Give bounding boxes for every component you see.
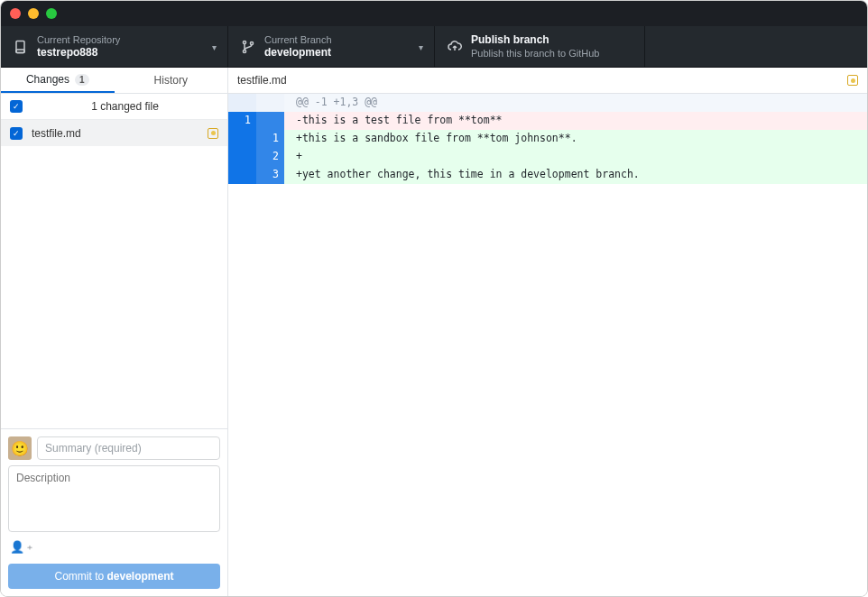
line-text: +this is a sandbox file from **tom johns… [291, 130, 867, 148]
line-text: +yet another change, this time in a deve… [291, 166, 867, 184]
select-all-checkbox[interactable]: ✓ [10, 100, 23, 113]
old-line-number: 1 [228, 112, 256, 130]
file-name: testfile.md [32, 127, 199, 140]
new-line-number: 1 [256, 130, 284, 148]
diff-hunk-row: @@ -1 +1,3 @@ [228, 94, 867, 112]
add-coauthor-button[interactable]: 👤﹢ [8, 537, 220, 558]
description-input[interactable] [8, 465, 220, 532]
diff-view[interactable]: @@ -1 +1,3 @@ 1 -this is a test file fro… [228, 94, 867, 596]
commit-button-prefix: Commit to [54, 570, 106, 583]
commit-form: 🙂 👤﹢ Commit to development [1, 428, 227, 596]
line-text: -this is a test file from **tom** [291, 112, 867, 130]
diff-panel: testfile.md @@ -1 +1,3 @@ 1 -this is a t… [228, 68, 867, 596]
changed-files-summary: 1 changed file [32, 100, 218, 113]
svg-rect-1 [16, 50, 24, 53]
repo-selector[interactable]: Current Repository testrepo888 ▾ [1, 26, 228, 67]
tab-changes[interactable]: Changes 1 [1, 68, 115, 93]
hunk-text: @@ -1 +1,3 @@ [291, 94, 867, 112]
file-row[interactable]: ✓ testfile.md [1, 120, 227, 146]
changed-files-header: ✓ 1 changed file [1, 94, 227, 120]
repo-icon [14, 40, 28, 54]
new-line-number: 2 [256, 148, 284, 166]
branch-selector[interactable]: Current Branch development ▾ [228, 26, 435, 67]
commit-button[interactable]: Commit to development [8, 564, 220, 589]
publish-title: Publish branch [471, 33, 599, 47]
branch-name: development [264, 46, 332, 60]
sidebar-tabs: Changes 1 History [1, 68, 227, 94]
diff-line-added[interactable]: 1 +this is a sandbox file from **tom joh… [228, 130, 867, 148]
changes-count-badge: 1 [75, 74, 89, 86]
commit-button-branch: development [107, 570, 174, 583]
svg-point-2 [243, 41, 245, 43]
summary-input[interactable] [37, 436, 220, 460]
avatar: 🙂 [8, 436, 32, 460]
diff-line-added[interactable]: 2 + [228, 148, 867, 166]
line-text: + [291, 148, 867, 166]
tab-history-label: History [154, 74, 188, 87]
repo-label: Current Repository [37, 33, 120, 46]
publish-desc: Publish this branch to GitHub [471, 47, 599, 60]
new-line-number: 3 [256, 166, 284, 184]
diff-line-deleted[interactable]: 1 -this is a test file from **tom** [228, 112, 867, 130]
topbar-spacer [645, 26, 867, 67]
diff-filename: testfile.md [237, 74, 287, 87]
minimize-window-icon[interactable] [28, 8, 39, 19]
file-checkbox[interactable]: ✓ [10, 127, 23, 140]
topbar: Current Repository testrepo888 ▾ Current… [1, 26, 867, 68]
branch-label: Current Branch [264, 33, 332, 46]
app-window: Current Repository testrepo888 ▾ Current… [0, 0, 868, 597]
zoom-window-icon[interactable] [46, 8, 57, 19]
cloud-upload-icon [448, 40, 462, 54]
tab-changes-label: Changes [26, 73, 69, 86]
tab-history[interactable]: History [115, 68, 228, 93]
svg-point-3 [243, 50, 245, 52]
svg-point-4 [250, 41, 253, 44]
repo-name: testrepo888 [37, 46, 120, 60]
sidebar: Changes 1 History ✓ 1 changed file ✓ tes… [1, 68, 228, 596]
publish-branch-button[interactable]: Publish branch Publish this branch to Gi… [435, 26, 645, 67]
modified-icon [847, 75, 858, 86]
diff-header: testfile.md [228, 68, 867, 94]
chevron-down-icon: ▾ [212, 41, 217, 51]
branch-icon [241, 40, 255, 54]
svg-rect-0 [16, 41, 24, 52]
sidebar-spacer [1, 146, 227, 428]
titlebar [1, 1, 867, 26]
chevron-down-icon: ▾ [419, 41, 423, 51]
close-window-icon[interactable] [10, 8, 21, 19]
modified-icon [208, 128, 218, 139]
content-body: Changes 1 History ✓ 1 changed file ✓ tes… [1, 68, 867, 596]
diff-line-added[interactable]: 3 +yet another change, this time in a de… [228, 166, 867, 184]
